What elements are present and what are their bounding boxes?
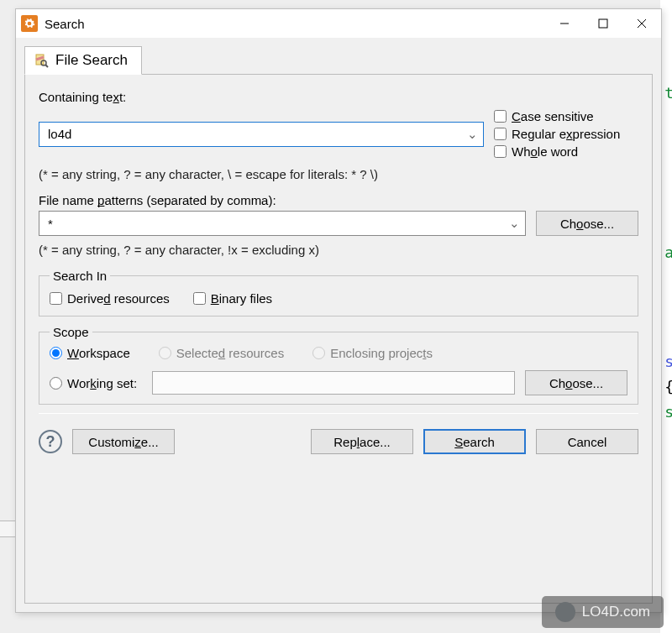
scope-enclosing-radio[interactable]: Enclosing projects bbox=[312, 346, 433, 360]
brand-text: LO4D.com bbox=[582, 604, 650, 620]
regular-expression-checkbox[interactable]: Regular expression bbox=[494, 127, 638, 141]
search-button[interactable]: Search bbox=[423, 429, 526, 454]
replace-button[interactable]: Replace... bbox=[311, 429, 413, 454]
scope-legend: Scope bbox=[50, 325, 92, 339]
working-set-input[interactable] bbox=[152, 371, 515, 395]
scope-working-set-radio[interactable]: Working set: bbox=[50, 376, 142, 390]
file-patterns-combo[interactable]: ⌄ bbox=[39, 211, 526, 236]
choose-patterns-button[interactable]: Choose... bbox=[536, 211, 638, 236]
search-dialog: Search bbox=[15, 8, 662, 613]
scope-selected-radio[interactable]: Selected resources bbox=[159, 346, 284, 360]
close-button[interactable] bbox=[622, 9, 661, 38]
svg-line-6 bbox=[45, 65, 48, 67]
file-patterns-input[interactable] bbox=[46, 212, 504, 235]
svg-rect-1 bbox=[599, 19, 607, 28]
window-title: Search bbox=[45, 17, 85, 31]
maximize-button[interactable] bbox=[584, 9, 622, 38]
editor-background: t a s { s bbox=[660, 0, 672, 633]
customize-button[interactable]: Customize... bbox=[72, 429, 175, 454]
search-in-group: Search In Derived resources Binary files bbox=[39, 269, 638, 316]
containing-text-input[interactable] bbox=[46, 123, 462, 146]
chevron-down-icon[interactable]: ⌄ bbox=[504, 216, 520, 231]
file-search-panel: Containing text: ⌄ Case sensitive Regula… bbox=[24, 75, 653, 604]
tabstrip: File Search bbox=[24, 44, 653, 75]
tab-file-search[interactable]: File Search bbox=[24, 46, 142, 75]
titlebar: Search bbox=[16, 9, 661, 38]
help-icon[interactable]: ? bbox=[39, 430, 62, 453]
client-area: File Search Containing text: ⌄ Case sens… bbox=[16, 38, 661, 612]
containing-text-combo[interactable]: ⌄ bbox=[39, 122, 484, 147]
brand-logo-icon bbox=[555, 602, 575, 622]
app-gear-icon bbox=[21, 15, 38, 32]
editor-background-left bbox=[0, 521, 17, 537]
footer: ? Customize... Replace... Search Cancel bbox=[39, 424, 638, 454]
choose-working-set-button[interactable]: Choose... bbox=[525, 370, 627, 395]
whole-word-checkbox[interactable]: Whole word bbox=[494, 144, 638, 159]
containing-text-hint: (* = any string, ? = any character, \ = … bbox=[39, 167, 484, 181]
file-patterns-hint: (* = any string, ? = any character, !x =… bbox=[39, 243, 638, 257]
file-patterns-label: File name patterns (separated by comma): bbox=[39, 193, 638, 207]
search-in-legend: Search In bbox=[50, 269, 110, 283]
separator bbox=[39, 413, 638, 414]
file-search-tab-icon bbox=[34, 53, 49, 68]
scope-group: Scope Workspace Selected resources Enclo… bbox=[39, 325, 638, 405]
tab-label: File Search bbox=[55, 52, 128, 69]
derived-resources-checkbox[interactable]: Derived resources bbox=[50, 291, 170, 306]
minimize-button[interactable] bbox=[545, 9, 584, 38]
chevron-down-icon[interactable]: ⌄ bbox=[462, 127, 478, 142]
watermark: LO4D.com bbox=[542, 596, 664, 628]
case-sensitive-checkbox[interactable]: Case sensitive bbox=[494, 109, 638, 123]
scope-workspace-radio[interactable]: Workspace bbox=[50, 346, 130, 360]
binary-files-checkbox[interactable]: Binary files bbox=[193, 291, 272, 306]
cancel-button[interactable]: Cancel bbox=[536, 429, 638, 454]
containing-text-label: Containing text: bbox=[39, 90, 638, 104]
